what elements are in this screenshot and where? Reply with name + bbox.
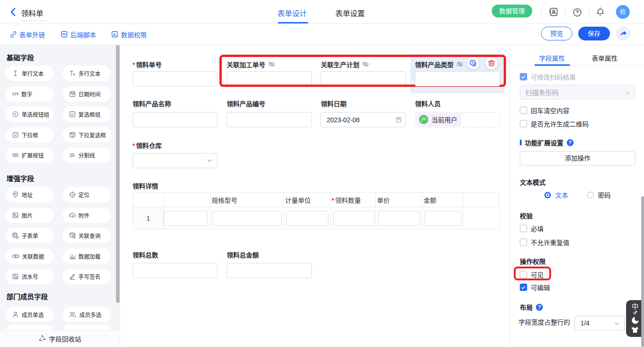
svg-text:7: 7 [398, 119, 400, 122]
